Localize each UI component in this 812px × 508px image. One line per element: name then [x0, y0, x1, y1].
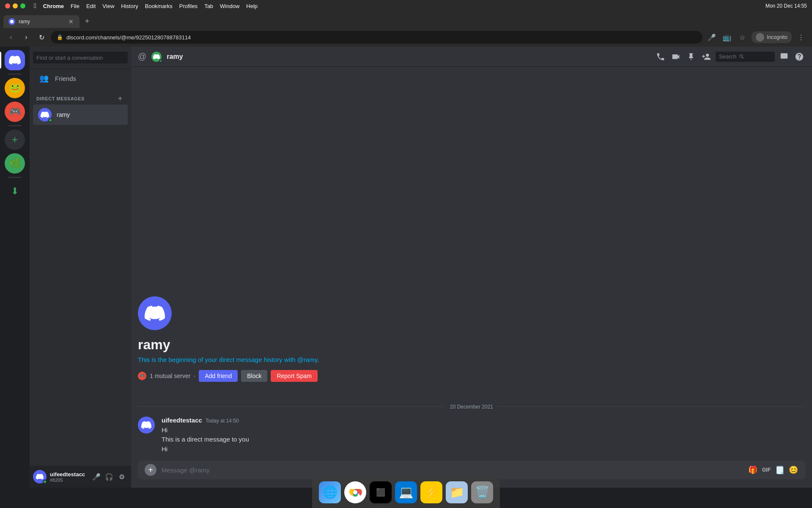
user-tag: #8205	[50, 478, 87, 483]
gift-icon[interactable]: 🎁	[748, 465, 758, 475]
server-separator-3	[8, 177, 22, 178]
discord-home-button[interactable]	[5, 50, 25, 70]
server-icon-1[interactable]: 🐸	[5, 78, 25, 98]
add-friend-header-button[interactable]	[700, 51, 712, 63]
dm-item-ramy[interactable]: ramy	[33, 105, 128, 125]
mute-button[interactable]: 🎤	[91, 471, 102, 483]
incognito-button[interactable]: Incognito	[752, 31, 792, 43]
chrome-addressbar: ‹ › ↻ 🔒 discord.com/channels/@me/9225012…	[0, 28, 812, 47]
friends-label: Friends	[55, 75, 76, 82]
find-conversation-search[interactable]: Find or start a conversation	[33, 52, 128, 64]
chat-intro-desc: This is the beginning of your direct mes…	[138, 356, 805, 363]
chat-recipient-name: ramy	[167, 53, 183, 61]
deafen-button[interactable]: 🎧	[103, 471, 115, 483]
maximize-button[interactable]	[20, 3, 25, 8]
gif-button[interactable]: GIF	[761, 465, 771, 475]
server-separator-2	[8, 125, 22, 126]
incognito-avatar	[756, 33, 764, 41]
mac-status-area: Mon 20 Dec 14:55	[765, 3, 807, 9]
dock-terminal[interactable]: ⬛	[370, 481, 392, 503]
chat-search-bar[interactable]: Search	[716, 52, 775, 62]
menu-help[interactable]: Help	[246, 3, 258, 9]
mutual-server-text: 1 mutual server	[150, 373, 190, 379]
mac-menu-items:  Chrome File Edit View History Bookmark…	[34, 2, 258, 10]
mac-dock: 🌐 ⬛ 💻 ⚡ 📁 🗑️	[312, 476, 500, 508]
chrome-tabbar: ramy ✕ +	[0, 12, 812, 28]
message-line-1: Hi	[162, 425, 805, 435]
user-info: uifeedtestacc #8205	[50, 471, 87, 483]
dock-trash[interactable]: 🗑️	[471, 481, 493, 503]
chat-intro-avatar	[138, 296, 172, 330]
dock-chrome[interactable]	[344, 481, 366, 503]
microphone-icon[interactable]: 🎤	[706, 31, 718, 43]
date-divider: 20 December 2021	[138, 404, 805, 410]
add-dm-button[interactable]: +	[116, 94, 124, 103]
emoji-icon[interactable]: 😊	[788, 465, 798, 475]
traffic-lights	[5, 3, 25, 8]
date-line-right	[498, 406, 805, 407]
message-avatar	[138, 417, 155, 433]
forward-button[interactable]: ›	[20, 31, 32, 43]
menu-tab[interactable]: Tab	[204, 3, 213, 9]
dock-bolt[interactable]: ⚡	[420, 481, 442, 503]
incognito-label: Incognito	[767, 34, 787, 40]
sticker-icon[interactable]: 🗒️	[775, 465, 785, 475]
pinned-messages-button[interactable]	[685, 51, 697, 63]
address-bar[interactable]: 🔒 discord.com/channels/@me/9225012807887…	[51, 31, 702, 44]
menu-profiles[interactable]: Profiles	[179, 3, 198, 9]
menu-window[interactable]: Window	[220, 3, 239, 9]
input-right-icons: 🎁 GIF 🗒️ 😊	[748, 465, 798, 475]
menu-edit[interactable]: Edit	[86, 3, 96, 9]
chat-intro-name: ramy	[138, 337, 805, 353]
browser-tab[interactable]: ramy ✕	[3, 15, 80, 28]
user-controls: 🎤 🎧 ⚙	[91, 471, 128, 483]
attach-file-button[interactable]: +	[145, 464, 156, 476]
download-button[interactable]: ⬇	[5, 181, 25, 202]
call-button[interactable]	[655, 51, 667, 63]
apple-menu[interactable]: 	[34, 2, 36, 10]
help-button[interactable]	[793, 51, 805, 63]
dock-files[interactable]: 📁	[446, 481, 468, 503]
user-status-indicator	[43, 480, 47, 484]
back-button[interactable]: ‹	[5, 31, 17, 43]
tab-favicon	[8, 18, 15, 25]
bookmark-icon[interactable]: ☆	[736, 31, 748, 43]
minimize-button[interactable]	[13, 3, 18, 8]
cast-icon[interactable]: 📺	[721, 31, 733, 43]
message-line-2: This is a direct message to you	[162, 435, 805, 444]
extension-icon[interactable]: ⋮	[795, 31, 807, 43]
dock-vscode[interactable]: 💻	[395, 481, 417, 503]
settings-button[interactable]: ⚙	[116, 471, 128, 483]
new-tab-button[interactable]: +	[81, 15, 93, 27]
message-timestamp: Today at 14:50	[206, 418, 239, 424]
app-name[interactable]: Chrome	[43, 3, 64, 9]
user-name: uifeedtestacc	[50, 471, 87, 478]
message-header: uifeedtestacc Today at 14:50	[162, 417, 805, 424]
tab-close-button[interactable]: ✕	[68, 18, 74, 25]
server-separator	[8, 74, 22, 75]
chat-header: @ ramy	[131, 47, 812, 67]
message-username: uifeedtestacc	[162, 417, 202, 424]
dock-finder[interactable]: 🌐	[319, 481, 341, 503]
menu-file[interactable]: File	[71, 3, 80, 9]
green-server-button[interactable]: 🌿	[5, 153, 25, 174]
menu-view[interactable]: View	[102, 3, 114, 9]
chat-header-avatar	[151, 52, 162, 62]
report-spam-button[interactable]: Report Spam	[271, 370, 317, 382]
video-call-button[interactable]	[670, 51, 682, 63]
add-server-button[interactable]: +	[5, 130, 25, 150]
reload-button[interactable]: ↻	[36, 31, 47, 43]
close-button[interactable]	[5, 3, 10, 8]
menu-history[interactable]: History	[121, 3, 138, 9]
add-friend-button[interactable]: Add friend	[199, 370, 238, 382]
server-icon-2[interactable]: 🎮	[5, 102, 25, 122]
mutual-server-row: 🎮 1 mutual server · Add friend Block Rep…	[138, 370, 805, 382]
search-bar-container: Find or start a conversation	[30, 47, 131, 69]
date-line-left	[138, 406, 445, 407]
friends-nav-item[interactable]: 👥 Friends	[33, 69, 128, 88]
menu-bookmarks[interactable]: Bookmarks	[145, 3, 173, 9]
block-button[interactable]: Block	[241, 370, 267, 382]
friends-icon: 👥	[38, 72, 50, 84]
message-input[interactable]: Message @ramy	[162, 467, 743, 474]
inbox-button[interactable]	[778, 51, 790, 63]
